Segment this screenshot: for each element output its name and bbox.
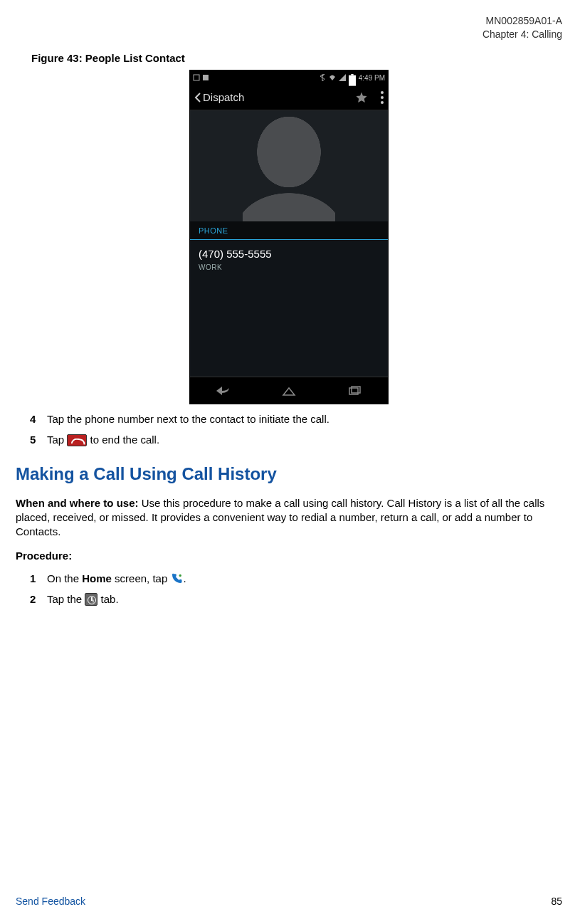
appbar-back[interactable]: Dispatch [194, 90, 244, 105]
step-text-mid: screen, tap [112, 572, 171, 584]
procedure-steps: 1 On the Home screen, tap . 2 Tap the ta… [16, 571, 562, 607]
step-bold: Home [82, 572, 112, 584]
end-call-icon [67, 434, 87, 446]
status-bar: 4:49 PM [190, 70, 388, 85]
when-where-paragraph: When and where to use: Use this procedur… [16, 496, 562, 540]
status-time: 4:49 PM [359, 73, 385, 83]
svg-point-9 [179, 574, 181, 576]
step-4: 4 Tap the phone number next to the conta… [47, 411, 562, 426]
phone-screenshot: 4:49 PM Dispatch PHONE (470) 555-5555 WO… [189, 70, 389, 404]
step-text-before: On the [47, 572, 82, 584]
figure-caption: Figure 43: People List Contact [31, 51, 562, 65]
svg-point-5 [381, 96, 384, 99]
call-history-tab-icon [85, 593, 97, 606]
step-text-after: tab. [97, 593, 118, 605]
phone-section-label: PHONE [190, 221, 388, 240]
app-bar: Dispatch [190, 85, 388, 110]
step-text-before: Tap the [47, 593, 85, 605]
phone-dialer-icon [170, 572, 183, 585]
step-number: 1 [30, 571, 36, 586]
intro-label: When and where to use: [16, 497, 139, 509]
battery-icon [349, 74, 356, 81]
phone-number: (470) 555-5555 [199, 247, 379, 261]
recent-apps-icon[interactable] [347, 383, 363, 399]
svg-rect-1 [203, 75, 209, 80]
wifi-icon [329, 74, 336, 81]
back-icon[interactable] [215, 383, 231, 399]
step-5: 5 Tap to end the call. [47, 432, 562, 447]
step-text-after: to end the call. [87, 434, 159, 446]
section-heading: Making a Call Using Call History [16, 463, 562, 485]
home-icon[interactable] [281, 383, 297, 399]
step-text-before: Tap [47, 434, 67, 446]
step-1: 1 On the Home screen, tap . [47, 571, 562, 586]
svg-rect-3 [351, 74, 353, 75]
svg-rect-2 [349, 75, 356, 86]
notification-icon [193, 74, 200, 81]
nav-bar [190, 377, 388, 404]
step-text-after: . [183, 572, 186, 584]
page-header-right: MN002859A01-A Chapter 4: Calling [482, 14, 562, 41]
overflow-menu-icon[interactable] [381, 91, 384, 104]
page-footer: Send Feedback 85 [16, 895, 562, 908]
step-text: Tap the phone number next to the contact… [47, 413, 329, 425]
svg-point-6 [381, 101, 384, 104]
bluetooth-icon [319, 74, 326, 81]
svg-point-4 [381, 91, 384, 94]
procedure-label: Procedure: [16, 549, 562, 563]
signal-icon [339, 74, 346, 81]
person-silhouette-icon [243, 115, 335, 221]
procedure-steps-continued: 4 Tap the phone number next to the conta… [16, 411, 562, 447]
appbar-title: Dispatch [203, 90, 244, 105]
contact-avatar [190, 110, 388, 221]
notification-icon [202, 74, 209, 81]
phone-type: WORK [199, 263, 379, 273]
doc-id: MN002859A01-A [482, 14, 562, 28]
star-icon[interactable] [355, 91, 368, 104]
step-number: 4 [30, 411, 36, 426]
step-number: 5 [30, 432, 36, 447]
step-number: 2 [30, 592, 36, 607]
chevron-left-icon [194, 93, 201, 103]
step-2: 2 Tap the tab. [47, 592, 562, 607]
page-number: 85 [551, 895, 562, 908]
svg-rect-0 [194, 75, 199, 80]
chapter-label: Chapter 4: Calling [482, 28, 562, 41]
phone-row[interactable]: (470) 555-5555 WORK [190, 240, 388, 294]
send-feedback-link[interactable]: Send Feedback [16, 895, 85, 908]
